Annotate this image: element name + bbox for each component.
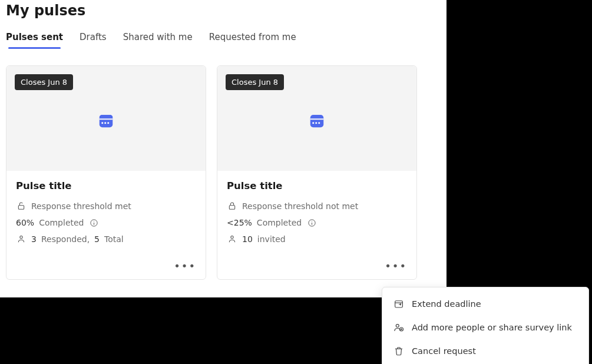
svg-point-20 [231, 236, 233, 239]
card-more-button[interactable]: ••• [217, 256, 416, 279]
tab-requested-from-me[interactable]: Requested from me [209, 32, 296, 48]
closes-badge: Closes Jun 8 [15, 74, 73, 90]
tab-drafts[interactable]: Drafts [80, 32, 107, 48]
more-horizontal-icon: ••• [174, 260, 196, 272]
svg-rect-12 [310, 118, 324, 120]
tab-shared-with-me[interactable]: Shared with me [123, 32, 193, 48]
menu-item-extend-deadline[interactable]: Extend deadline [382, 292, 588, 316]
svg-point-19 [312, 221, 312, 221]
svg-rect-2 [100, 118, 113, 120]
svg-rect-11 [310, 115, 324, 127]
person-icon [16, 234, 27, 244]
svg-point-3 [101, 122, 103, 124]
card-more-button[interactable]: ••• [6, 256, 206, 279]
card-body: Pulse title Response threshold met 60% C… [6, 171, 206, 256]
threshold-text: Response threshold not met [242, 201, 358, 211]
threshold-row: Response threshold met [16, 201, 196, 211]
svg-point-5 [107, 122, 109, 124]
svg-rect-16 [229, 206, 234, 210]
people-row: 3 Responded, 5 Total [16, 234, 196, 244]
cards-container: Closes Jun 8 Pulse title [6, 65, 441, 280]
progress-label: Completed [257, 218, 302, 227]
tab-label: Drafts [80, 32, 107, 42]
page-title: My pulses [6, 0, 441, 32]
people-add-icon [393, 322, 405, 333]
people-a-num: 3 [31, 234, 37, 244]
app-viewport: My pulses Pulses sent Drafts Shared with… [0, 0, 447, 297]
unlock-icon [16, 201, 27, 211]
trash-icon [393, 345, 405, 357]
threshold-row: Response threshold not met [227, 201, 407, 211]
svg-point-4 [104, 122, 106, 124]
svg-point-15 [318, 122, 320, 124]
menu-item-label: Extend deadline [412, 299, 481, 309]
people-a-label: Responded, [41, 234, 90, 244]
tab-label: Shared with me [123, 32, 193, 42]
person-icon [227, 234, 237, 244]
tabs: Pulses sent Drafts Shared with me Reques… [6, 32, 441, 49]
tab-label: Pulses sent [6, 32, 63, 42]
people-b-label: Total [104, 234, 124, 244]
people-row: 10 invited [227, 234, 407, 244]
calendar-week-icon [308, 112, 326, 132]
svg-point-9 [94, 221, 94, 221]
card-title: Pulse title [227, 180, 407, 191]
people-b-num: 5 [94, 234, 100, 244]
progress-value: 60% [16, 218, 34, 227]
svg-rect-6 [18, 206, 24, 210]
svg-point-13 [312, 122, 314, 124]
more-horizontal-icon: ••• [385, 260, 407, 272]
calendar-arrow-icon [393, 298, 405, 310]
progress-label: Completed [39, 218, 84, 227]
progress-row: <25% Completed [227, 217, 407, 228]
menu-item-label: Add more people or share survey link [412, 323, 572, 332]
pulse-card[interactable]: Closes Jun 8 Pulse title [217, 65, 417, 280]
tab-label: Requested from me [209, 32, 296, 42]
card-context-menu: Extend deadline Add more people or share… [382, 287, 589, 364]
card-cover: Closes Jun 8 [217, 66, 416, 171]
menu-item-cancel-request[interactable]: Cancel request [382, 339, 588, 363]
tab-pulses-sent[interactable]: Pulses sent [6, 32, 63, 48]
progress-value: <25% [227, 218, 252, 227]
card-body: Pulse title Response threshold not met <… [217, 171, 416, 256]
threshold-text: Response threshold met [31, 201, 131, 211]
card-title: Pulse title [16, 180, 196, 191]
svg-point-23 [396, 325, 399, 327]
people-a-label: invited [257, 234, 286, 244]
calendar-week-icon [97, 112, 115, 132]
menu-item-add-people[interactable]: Add more people or share survey link [382, 316, 588, 339]
info-icon[interactable] [306, 217, 317, 228]
pulse-card[interactable]: Closes Jun 8 Pulse title [6, 65, 206, 280]
card-cover: Closes Jun 8 [6, 66, 206, 171]
info-icon[interactable] [88, 217, 99, 228]
lock-icon [227, 201, 237, 211]
progress-row: 60% Completed [16, 217, 196, 228]
svg-point-10 [20, 236, 22, 239]
people-a-num: 10 [242, 234, 253, 244]
svg-point-14 [315, 122, 317, 124]
closes-badge: Closes Jun 8 [226, 74, 284, 90]
menu-item-label: Cancel request [412, 346, 476, 356]
